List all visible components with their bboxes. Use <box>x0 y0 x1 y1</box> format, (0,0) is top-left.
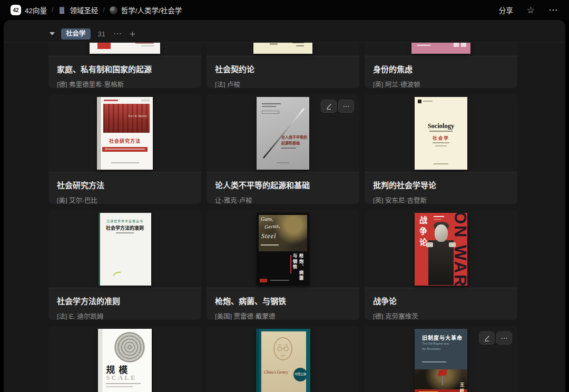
book-cover <box>365 42 517 56</box>
group-add-button[interactable]: + <box>130 29 135 39</box>
book-card[interactable]: ⋯ 旧制度与大革命 The Old Regime and the Revolut… <box>365 326 517 392</box>
book-title: 枪炮、病菌、与钢铁 <box>215 295 351 306</box>
edit-pencil-icon <box>484 335 490 341</box>
book-cover-art <box>411 42 470 54</box>
book-author: [美] 艾尔·巴比 <box>57 195 193 204</box>
page-content: 社会学 31 ⋯ + 家庭、私有制和国家的起源 [德] 弗里德里希·恩格斯 <box>4 20 565 392</box>
group-count: 31 <box>98 30 105 38</box>
breadcrumb-separator: / <box>52 6 53 14</box>
book-cover-art: China's Gentry 中国士绅 <box>256 329 310 392</box>
book-card[interactable]: 规模 SCALE <box>48 326 201 392</box>
breadcrumb-item-workspace[interactable]: 42 42向量 <box>11 5 47 15</box>
book-cover: 汉译世界学术名著丛书 社会学方法的准则 <box>48 210 201 288</box>
book-title: 战争论 <box>373 295 509 306</box>
workspace-logo-icon: 42 <box>11 5 21 15</box>
book-cover: 规模 SCALE <box>48 326 201 392</box>
book-author: [英] 安东尼·吉登斯 <box>373 195 509 204</box>
book-cover: ON WAR 战争论 <box>365 210 517 288</box>
edit-pencil-icon <box>326 103 332 110</box>
book-cover <box>207 42 359 56</box>
book-card[interactable]: Earl R. Babbie 社会研究方法 社会研究方法 [美] 艾尔·巴比 <box>48 94 201 204</box>
book-card[interactable]: ⋯ 论人类不平等的起源和基础 论人 <box>207 94 359 204</box>
book-cover-art: Earl R. Babbie 社会研究方法 <box>97 97 153 170</box>
cover-title-en: Sociology <box>415 122 467 130</box>
book-card[interactable]: ON WAR 战争论 战争论 [德] 克劳塞维茨 <box>365 210 517 320</box>
book-card[interactable]: 家庭、私有制和国家的起源 [德] 弗里德里希·恩格斯 <box>48 42 201 88</box>
cover-banner-name: 王岐山 <box>458 383 465 392</box>
breadcrumb: 42 42向量 / 领域圣经 / 哲学/人类学/社会学 <box>11 5 182 15</box>
card-hover-actions: ⋯ <box>321 100 354 113</box>
cover-title: 社会学方法的准则 <box>99 224 151 231</box>
card-hover-actions: ⋯ <box>479 331 512 345</box>
book-title: 家庭、私有制和国家的起源 <box>57 63 193 74</box>
collapse-triangle-icon[interactable] <box>50 32 55 35</box>
cover-title-en: ON WAR <box>452 213 467 286</box>
card-edit-button[interactable] <box>321 100 337 113</box>
card-more-button[interactable]: ⋯ <box>496 331 512 345</box>
cover-title: 社会研究方法 <box>97 138 153 144</box>
cover-title: 论人类不平等的起源和基础 <box>281 134 308 146</box>
book-card[interactable]: China's Gentry 中国士绅 <box>207 326 359 392</box>
share-button[interactable]: 分享 <box>499 5 513 15</box>
book-author: [法] 卢梭 <box>215 79 351 88</box>
card-more-button[interactable]: ⋯ <box>338 100 354 113</box>
cover-author-script: Earl R. Babbie <box>129 114 148 117</box>
book-cover-art: Sociology 社会学 <box>415 97 467 170</box>
book-card[interactable]: 身份的焦虑 [英] 阿兰·德波顿 <box>365 42 517 88</box>
book-cover-art: 论人类不平等的起源和基础 <box>257 97 309 170</box>
cover-title-en: China's Gentry <box>264 370 288 375</box>
book-cover: China's Gentry 中国士绅 <box>207 326 359 392</box>
topbar-more-icon[interactable]: ⋯ <box>548 5 558 15</box>
book-author: [英] 阿兰·德波顿 <box>373 79 509 88</box>
favorite-star-icon[interactable]: ☆ <box>527 6 535 15</box>
book-title: 社会研究方法 <box>57 179 193 190</box>
sprig-art <box>112 270 122 277</box>
cover-series: 汉译世界学术名著丛书 <box>99 219 151 223</box>
cover-title-en: Steel <box>261 232 276 240</box>
collection-group-header: 社会学 31 ⋯ + <box>48 27 555 40</box>
gallery-grid: 家庭、私有制和国家的起源 [德] 弗里德里希·恩格斯 社会契约论 [法] 卢梭 <box>48 42 565 392</box>
breadcrumb-item-bible[interactable]: 领域圣经 <box>58 5 98 15</box>
book-card[interactable]: 社会契约论 [法] 卢梭 <box>207 42 359 88</box>
book-author: [德] 弗里德里希·恩格斯 <box>57 79 193 88</box>
cover-title: 旧制度与大革命 <box>422 334 463 341</box>
book-author: [美国] 贾雷德·戴蒙德 <box>215 311 351 320</box>
book-card[interactable]: 汉译世界学术名著丛书 社会学方法的准则 社会学方法的准则 [法] E. 迪尔凯姆 <box>48 210 201 320</box>
book-card[interactable]: Guns, Germs, Steel 枪炮、病菌与钢铁 枪炮、病菌、与钢铁 [美… <box>207 210 359 320</box>
group-more-icon[interactable]: ⋯ <box>113 30 122 38</box>
book-cover-art <box>253 42 312 54</box>
portrait-sketch-art <box>268 333 298 370</box>
page-icon <box>110 6 117 14</box>
cover-title: 枪炮、病菌与钢铁 <box>291 253 304 284</box>
topbar: 42 42向量 / 领域圣经 / 哲学/人类学/社会学 分享 ☆ ⋯ <box>0 0 569 20</box>
group-badge[interactable]: 社会学 <box>61 28 91 40</box>
cover-title-en: Guns, <box>261 216 273 222</box>
breadcrumb-label: 哲学/人类学/社会学 <box>121 5 182 15</box>
cover-title: 战争论 <box>417 216 428 249</box>
breadcrumb-label: 领域圣经 <box>70 5 98 15</box>
book-cover-art: Guns, Germs, Steel 枪炮、病菌与钢铁 <box>257 213 309 286</box>
book-cover <box>48 42 201 56</box>
book-cover: Guns, Germs, Steel 枪炮、病菌与钢铁 <box>207 210 359 288</box>
card-edit-button[interactable] <box>479 331 495 345</box>
cover-title-en: SCALE <box>106 374 136 382</box>
book-cover: Sociology 社会学 <box>365 94 517 172</box>
book-title: 身份的焦虑 <box>373 63 509 74</box>
book-card[interactable]: Sociology 社会学 批判的社会学导论 [英] 安东尼·吉登斯 <box>365 94 517 204</box>
cover-title: 社会学 <box>415 134 467 141</box>
breadcrumb-item-current-page[interactable]: 哲学/人类学/社会学 <box>110 5 182 15</box>
book-cover-art: 旧制度与大革命 The Old Regime and the Revolutio… <box>415 329 467 392</box>
book-cover-art: ON WAR 战争论 <box>415 213 467 286</box>
book-cover: Earl R. Babbie 社会研究方法 <box>48 94 201 172</box>
breadcrumb-label: 42向量 <box>25 5 47 15</box>
book-cover-art <box>90 42 160 54</box>
book-cover-art: 汉译世界学术名著丛书 社会学方法的准则 <box>99 213 151 286</box>
diagonal-line-art <box>257 97 309 170</box>
book-author: 让-雅克·卢梭 <box>215 195 351 204</box>
book-icon <box>58 6 66 14</box>
book-cover-art: 规模 SCALE <box>98 329 152 392</box>
gallery-viewport: 家庭、私有制和国家的起源 [德] 弗里德里希·恩格斯 社会契约论 [法] 卢梭 <box>4 42 565 392</box>
book-title: 社会学方法的准则 <box>57 295 193 306</box>
cover-title-en: The Old Regime and the Revolution <box>422 341 449 351</box>
breadcrumb-separator: / <box>103 6 104 14</box>
